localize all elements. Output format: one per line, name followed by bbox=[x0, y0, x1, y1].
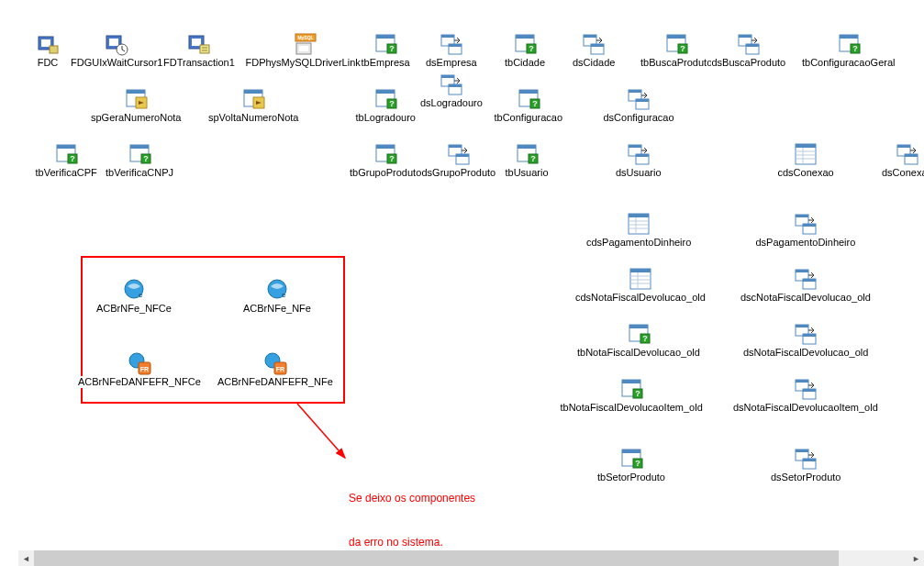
component-label: tbEmpresa bbox=[361, 57, 411, 69]
svg-text:e: e bbox=[282, 291, 286, 299]
component-dscnfdev[interactable]: dscNotaFiscalDevolucao_old bbox=[740, 266, 872, 304]
component-dsconexao[interactable]: dsConexao bbox=[881, 141, 924, 179]
component-spgera[interactable]: spGeraNumeroNota bbox=[90, 86, 182, 124]
transaction-icon bbox=[186, 31, 212, 57]
component-label: dsSetorProduto bbox=[770, 472, 841, 483]
svg-text:?: ? bbox=[635, 389, 640, 398]
component-dspagdinh[interactable]: dsPagamentoDinheiro bbox=[755, 211, 857, 249]
component-tbgrupoprod[interactable]: ?tbGrupoProduto bbox=[349, 141, 422, 179]
component-label: tbGrupoProduto bbox=[349, 167, 422, 179]
svg-rect-9 bbox=[200, 45, 209, 53]
acbr-nfe-icon: e bbox=[121, 277, 147, 303]
component-dsusuario[interactable]: dsUsuario bbox=[615, 141, 662, 179]
component-dslogradouro[interactable]: dsLogradouro bbox=[419, 72, 484, 109]
scroll-left-button[interactable]: ◄ bbox=[18, 550, 34, 566]
component-tblogradouro[interactable]: ?tbLogradouro bbox=[355, 86, 417, 124]
svg-rect-131 bbox=[796, 380, 808, 383]
svg-rect-61 bbox=[629, 90, 641, 93]
annotation-line2: da erro no sistema. bbox=[349, 535, 475, 549]
component-label: spGeraNumeroNota bbox=[90, 112, 182, 124]
component-tbconfig[interactable]: ?tbConfiguracao bbox=[494, 86, 564, 124]
component-label: tbSetorProduto bbox=[596, 472, 666, 483]
component-tbempresa[interactable]: ?tbEmpresa bbox=[361, 31, 411, 69]
svg-text:?: ? bbox=[70, 154, 75, 163]
datasource-icon bbox=[793, 211, 818, 237]
component-tbverifcnpj[interactable]: ?tbVerificaCNPJ bbox=[105, 141, 174, 179]
component-fdgu-wait[interactable]: FDGUIxWaitCursor1 bbox=[70, 31, 163, 69]
svg-rect-49 bbox=[376, 90, 395, 94]
svg-rect-85 bbox=[629, 145, 641, 148]
annotation-line1: Se deixo os componentes bbox=[349, 491, 475, 505]
component-fdtrans[interactable]: FDTransaction1 bbox=[162, 31, 236, 69]
component-cdsconexao[interactable]: cdsConexao bbox=[777, 141, 835, 179]
svg-rect-95 bbox=[629, 214, 649, 217]
component-label: tbCidade bbox=[504, 57, 546, 69]
component-dsnfdev[interactable]: dsNotaFiscalDevolucao_old bbox=[742, 321, 869, 359]
component-label: dsLogradouro bbox=[419, 97, 484, 109]
component-dsbusca[interactable]: dsBuscaProduto bbox=[711, 31, 787, 69]
component-acbr-danfe-nfe[interactable]: eFRACBrNFeDANFEFR_NFe bbox=[217, 350, 334, 388]
component-spvolta[interactable]: spVoltaNumeroNota bbox=[207, 86, 299, 124]
svg-rect-77 bbox=[449, 145, 462, 148]
component-tbusuario[interactable]: ?tbUsuario bbox=[505, 141, 550, 179]
component-label: ACBrNFe_NFCe bbox=[95, 303, 173, 315]
component-acbr-nfce[interactable]: eACBrNFe_NFCe bbox=[95, 277, 173, 315]
component-label: dsBuscaProduto bbox=[711, 57, 787, 69]
component-label: dscNotaFiscalDevolucao_old bbox=[740, 292, 872, 304]
svg-rect-117 bbox=[803, 334, 816, 337]
svg-rect-135 bbox=[622, 449, 640, 453]
component-fdc[interactable]: FDC bbox=[35, 31, 61, 69]
component-acbr-danfe-nfce[interactable]: eFRACBrNFeDANFEFR_NFCe bbox=[77, 350, 202, 388]
component-fdphys[interactable]: MySQLFDPhysMySQLDriverLink1 bbox=[245, 31, 367, 69]
table-icon: ? bbox=[618, 376, 644, 402]
svg-text:?: ? bbox=[143, 154, 149, 163]
svg-rect-109 bbox=[803, 279, 816, 282]
svg-rect-105 bbox=[630, 269, 651, 272]
component-cdspagdinh[interactable]: cdsPagamentoDinheiro bbox=[585, 211, 692, 249]
datasource-icon bbox=[736, 31, 762, 57]
component-tbnfdevitem[interactable]: ?tbNotaFiscalDevolucaoItem_old bbox=[560, 376, 704, 414]
component-acbr-nfe[interactable]: eACBrNFe_NFe bbox=[242, 277, 312, 315]
svg-text:?: ? bbox=[852, 44, 858, 53]
component-dsnfdevitem[interactable]: dsNotaFiscalDevolucaoItem_old bbox=[732, 376, 879, 414]
svg-text:MySQL: MySQL bbox=[298, 35, 314, 40]
scroll-track[interactable] bbox=[34, 550, 908, 566]
component-tbverifcpf[interactable]: ?tbVerificaCPF bbox=[35, 141, 98, 179]
svg-rect-37 bbox=[746, 44, 759, 47]
component-tbsetorprod[interactable]: ?tbSetorProduto bbox=[596, 446, 666, 483]
svg-rect-23 bbox=[516, 35, 534, 39]
svg-rect-79 bbox=[456, 154, 469, 157]
svg-text:e: e bbox=[139, 291, 143, 299]
table-icon: ? bbox=[514, 141, 540, 167]
component-dsempresa[interactable]: dsEmpresa bbox=[425, 31, 478, 69]
component-tbnfdev[interactable]: ?tbNotaFiscalDevolucao_old bbox=[576, 321, 701, 359]
svg-rect-81 bbox=[518, 145, 536, 149]
horizontal-scrollbar[interactable]: ◄ ► bbox=[18, 550, 924, 566]
datasource-cut-icon bbox=[895, 141, 920, 167]
svg-text:?: ? bbox=[530, 154, 536, 163]
component-label: FDGUIxWaitCursor1 bbox=[70, 57, 163, 69]
component-label: FDPhysMySQLDriverLink1 bbox=[245, 57, 367, 69]
svg-text:?: ? bbox=[389, 44, 395, 53]
component-cdsnfdev[interactable]: cdsNotaFiscalDevolucao_old bbox=[574, 266, 707, 304]
svg-rect-53 bbox=[441, 75, 454, 78]
component-label: cdsNotaFiscalDevolucao_old bbox=[574, 292, 707, 304]
table-icon: ? bbox=[626, 321, 651, 347]
component-tbbusca[interactable]: ?tbBuscaProduto bbox=[640, 31, 713, 69]
svg-rect-13 bbox=[299, 46, 308, 51]
component-dscidade[interactable]: dsCidade bbox=[572, 31, 616, 69]
svg-rect-27 bbox=[584, 35, 596, 38]
component-tbconfgeral[interactable]: ?tbConfiguracaoGeral bbox=[801, 31, 896, 69]
svg-rect-111 bbox=[629, 325, 648, 328]
component-label: dsGrupoProduto bbox=[421, 167, 497, 179]
acbr-nfe-icon: e bbox=[264, 277, 290, 303]
svg-rect-21 bbox=[449, 44, 462, 47]
scroll-thumb[interactable] bbox=[34, 550, 839, 566]
component-dsconfig[interactable]: dsConfiguracao bbox=[603, 86, 675, 124]
waitcursor-icon bbox=[104, 31, 129, 57]
component-dsgrupoprod[interactable]: dsGrupoProduto bbox=[421, 141, 497, 179]
component-tbcidade[interactable]: ?tbCidade bbox=[504, 31, 546, 69]
svg-text:?: ? bbox=[532, 99, 538, 108]
component-dssetorprod[interactable]: dsSetorProduto bbox=[770, 446, 841, 483]
scroll-right-button[interactable]: ► bbox=[908, 550, 924, 566]
